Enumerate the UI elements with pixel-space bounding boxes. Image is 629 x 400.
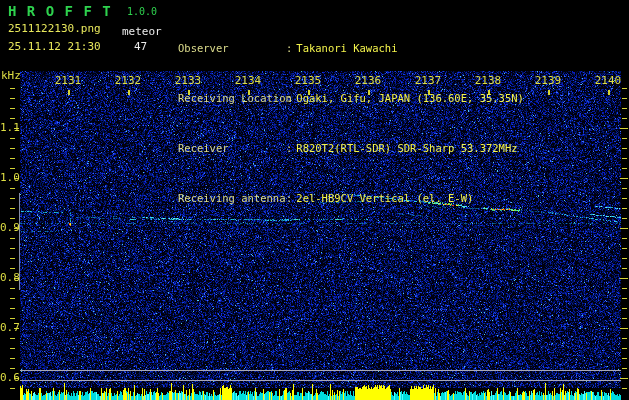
info-colon: :: [286, 42, 296, 54]
x-tick-label: 2136: [353, 75, 383, 86]
info-colon: :: [286, 192, 296, 204]
y-tick-label: 0.8: [0, 272, 13, 283]
x-tick-label: 2134: [233, 75, 263, 86]
info-value: 2el-HB9CV Vertical (el. E-W): [296, 192, 473, 204]
info-label: Receiving Location: [178, 92, 286, 104]
info-label: Receiver: [178, 142, 286, 154]
station-info: Observer : Takanori Kawachi Receiving Lo…: [178, 4, 618, 242]
output-filename: 2511122130.png: [8, 22, 101, 35]
y-tick-label: 0.6: [0, 372, 13, 383]
info-value: Ogaki, Gifu, JAPAN (136.60E, 35.35N): [296, 92, 524, 104]
x-tick-label: 2139: [533, 75, 563, 86]
x-tick-label: 2140: [593, 75, 623, 86]
y-tick-label: 0.7: [0, 322, 13, 333]
x-tick-label: 2135: [293, 75, 323, 86]
observation-mode: meteor: [122, 25, 162, 38]
info-row-location: Receiving Location : Ogaki, Gifu, JAPAN …: [178, 92, 618, 104]
echo-count: 47: [134, 40, 147, 53]
y-tick-label: 1.1: [0, 122, 13, 133]
x-tick-label: 2133: [173, 75, 203, 86]
app-title: H R O F F T: [8, 3, 112, 19]
app-version: 1.0.0: [127, 6, 157, 17]
info-value: R820T2(RTL-SDR) SDR-Sharp 53.372MHz: [296, 142, 517, 154]
x-tick-label: 2131: [53, 75, 83, 86]
x-tick-label: 2132: [113, 75, 143, 86]
hrofft-output: H R O F F T 1.0.0 2511122130.png meteor …: [0, 0, 629, 400]
info-row-receiver: Receiver : R820T2(RTL-SDR) SDR-Sharp 53.…: [178, 142, 618, 154]
y-tick-label: 1.0: [0, 172, 13, 183]
info-value: Takanori Kawachi: [296, 42, 397, 54]
info-row-observer: Observer : Takanori Kawachi: [178, 42, 618, 54]
info-colon: :: [286, 142, 296, 154]
y-tick-label: 0.9: [0, 222, 13, 233]
x-tick-label: 2137: [413, 75, 443, 86]
observation-datetime: 25.11.12 21:30: [8, 40, 101, 53]
info-label: Receiving antenna: [178, 192, 286, 204]
y-axis-unit-label: kHz: [1, 69, 21, 82]
info-label: Observer: [178, 42, 286, 54]
info-row-antenna: Receiving antenna : 2el-HB9CV Vertical (…: [178, 192, 618, 204]
info-colon: :: [286, 92, 296, 104]
x-tick-label: 2138: [473, 75, 503, 86]
